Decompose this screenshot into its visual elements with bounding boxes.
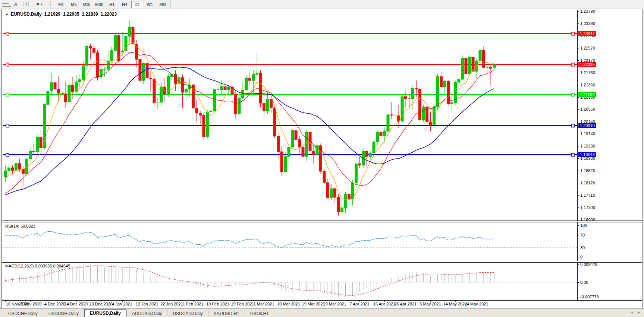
- candle-body: [195, 108, 198, 113]
- hline-handle-right[interactable]: [571, 153, 574, 156]
- hline-handle-left[interactable]: [6, 153, 9, 156]
- chevron-down-icon[interactable]: ▾: [41, 3, 42, 6]
- timeframe-button-d1[interactable]: D1: [131, 1, 143, 8]
- candle-body: [235, 94, 237, 114]
- candle-body: [415, 88, 418, 89]
- candle-body: [493, 65, 496, 68]
- candle-body: [220, 86, 223, 90]
- timeframe-button-mn[interactable]: MN: [157, 1, 169, 8]
- hline-handle-right[interactable]: [571, 124, 574, 127]
- hline-handle-right[interactable]: [571, 63, 574, 66]
- tab-scroll-right-icon[interactable]: ▸: [638, 310, 640, 315]
- candle-body: [443, 82, 446, 87]
- price-axis-tick: [578, 171, 579, 171]
- price-chart-canvas[interactable]: [3, 10, 577, 221]
- fibo-lines-icon[interactable]: F: [0, 1, 10, 8]
- candle-body: [160, 87, 163, 102]
- candle-body: [327, 183, 329, 198]
- candle-body: [82, 66, 85, 79]
- hline-handle-left[interactable]: [6, 63, 9, 66]
- rsi-axis-tick: [578, 257, 579, 257]
- moving-average-6: [5, 42, 494, 200]
- macd-canvas[interactable]: [3, 262, 577, 300]
- timeframe-group: M1M5M15M30H1H4D1W1MN: [55, 1, 169, 8]
- price-axis-tick: [578, 183, 579, 183]
- price-axis-tick: [578, 134, 579, 134]
- candle-body: [259, 73, 262, 103]
- candle-body: [422, 107, 425, 120]
- candle-body: [128, 27, 131, 36]
- candle-body: [351, 183, 354, 199]
- candle-body: [206, 112, 209, 137]
- candle-body: [376, 132, 379, 142]
- price-axis-label: 1.19330: [580, 144, 595, 148]
- tab-eurusd-daily[interactable]: EURUSD,Daily: [84, 309, 126, 317]
- price-axis-label: 1.22570: [580, 46, 595, 50]
- price-axis-label: 1.17710: [580, 193, 595, 197]
- price-axis-tick: [578, 207, 579, 208]
- macd-axis-tick: [578, 297, 579, 297]
- price-line-badge: 1.23047: [578, 31, 596, 36]
- hline-handle-left[interactable]: [6, 32, 9, 35]
- candle-body: [380, 132, 382, 136]
- rsi-axis-tick: [578, 235, 579, 235]
- hline-handle-left[interactable]: [6, 124, 9, 127]
- candle-body: [291, 130, 294, 147]
- candle-body: [334, 188, 336, 197]
- hline-handle-right[interactable]: [571, 32, 574, 35]
- timeframe-button-m1[interactable]: M1: [55, 1, 67, 8]
- rsi-canvas[interactable]: [3, 222, 577, 261]
- price-line-badge: 1.21032: [578, 92, 596, 97]
- timeframe-button-w1[interactable]: W1: [144, 1, 156, 8]
- candle-body: [114, 35, 117, 51]
- candle-body: [465, 58, 467, 73]
- hline-handle-left[interactable]: [6, 93, 9, 96]
- tab-xauusd-h1[interactable]: XAUUSD,H1: [208, 310, 245, 317]
- tab-scroll-left-icon[interactable]: ◂: [631, 310, 633, 315]
- price-axis-label: 1.23390: [580, 21, 595, 26]
- hline-handle-right[interactable]: [571, 93, 574, 96]
- candle-body: [298, 140, 301, 147]
- arrows-glyph: ❖: [36, 2, 40, 7]
- candle-body: [295, 130, 297, 139]
- text-tool-icon[interactable]: T: [21, 1, 31, 8]
- candle-body: [358, 164, 361, 165]
- price-axis-label: 1.21360: [580, 83, 595, 87]
- candle-body: [36, 137, 39, 152]
- timeframe-button-m30[interactable]: M30: [93, 1, 105, 8]
- candle-body: [22, 169, 25, 174]
- candle-body: [383, 131, 386, 136]
- arrows-tool-icon[interactable]: ❖ ▾: [32, 1, 47, 8]
- timeframe-button-m15[interactable]: M15: [81, 1, 92, 8]
- candle-body: [68, 85, 70, 102]
- candle-body: [18, 164, 21, 169]
- tab-usoil-h1[interactable]: USOil,H1: [245, 310, 274, 317]
- candle-body: [224, 86, 226, 89]
- candle-body: [40, 137, 42, 148]
- tab-usdcad-daily[interactable]: USDCAD,Daily: [167, 310, 208, 317]
- toolbar-grip[interactable]: [50, 1, 53, 7]
- toolbar-separator: [170, 1, 171, 8]
- price-axis-label: 1.23790: [580, 9, 595, 13]
- timeframe-button-h4[interactable]: H4: [119, 1, 131, 8]
- price-axis-label: 1.19740: [580, 131, 595, 136]
- price-axis-tick: [578, 73, 579, 73]
- text-label-icon[interactable]: A: [11, 1, 21, 8]
- rsi-axis-label: 70: [580, 233, 585, 237]
- candle-body: [93, 48, 95, 53]
- candle-body: [181, 77, 184, 92]
- candle-body: [323, 171, 326, 183]
- tab-usdchf-daily[interactable]: USDCHF,Daily: [3, 310, 43, 317]
- price-axis-tick: [578, 122, 579, 122]
- timeframe-button-m5[interactable]: M5: [68, 1, 80, 8]
- tab-usdcnh-daily[interactable]: USDCNH,Daily: [43, 310, 84, 317]
- price-axis-tick: [578, 11, 579, 12]
- price-line-badge: 1.19048: [578, 152, 596, 157]
- tab-audusd-daily[interactable]: AUDUSD,Daily: [127, 310, 167, 317]
- candle-body: [65, 94, 67, 102]
- candle-body: [479, 50, 481, 61]
- candle-body: [54, 83, 56, 89]
- timeframe-button-h1[interactable]: H1: [106, 1, 118, 8]
- candle-body: [344, 194, 347, 208]
- candle-body: [32, 151, 35, 152]
